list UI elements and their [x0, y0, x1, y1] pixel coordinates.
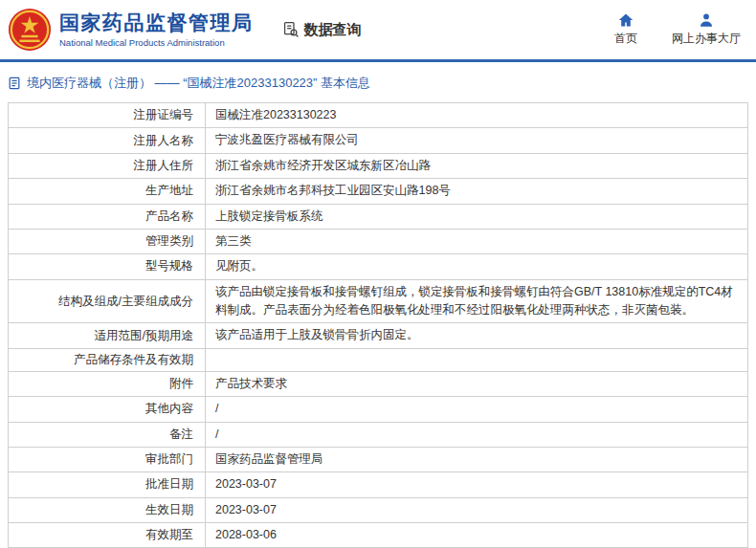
table-row: 适用范围/预期用途该产品适用于上肢及锁骨骨折内固定。 — [9, 323, 747, 348]
table-row: 审批部门国家药品监督管理局 — [9, 448, 747, 472]
national-emblem — [8, 8, 52, 52]
row-label: 注册人名称 — [9, 128, 206, 152]
row-label: 备注 — [9, 423, 206, 447]
home-icon — [618, 12, 634, 28]
row-value: 国家药品监督管理局 — [206, 448, 747, 471]
nav-home-label: 首页 — [614, 31, 637, 47]
registration-info-table: 注册证编号国械注准20233130223 注册人名称宁波兆盈医疗器械有限公司 注… — [8, 102, 748, 548]
row-value: 该产品由锁定接骨板和接骨螺钉组成，锁定接骨板和接骨螺钉由符合GB/T 13810… — [206, 280, 747, 323]
row-value — [206, 349, 747, 371]
table-row: 注册证编号国械注准20233130223 — [9, 103, 747, 128]
row-label: 产品储存条件及有效期 — [9, 349, 206, 371]
data-query-label: 数据查询 — [304, 21, 362, 39]
table-row: 结构及组成/主要组成成分该产品由锁定接骨板和接骨螺钉组成，锁定接骨板和接骨螺钉由… — [9, 280, 747, 324]
row-label: 管理类别 — [9, 230, 206, 253]
row-label: 审批部门 — [9, 448, 206, 471]
table-row: 备注/ — [9, 423, 747, 448]
table-row: 产品名称上肢锁定接骨板系统 — [9, 205, 747, 230]
breadcrumb-text: 境内医疗器械（注册） —— “国械注准20233130223” 基本信息 — [27, 75, 370, 92]
row-label: 适用范围/预期用途 — [9, 323, 206, 347]
row-value: 国械注准20233130223 — [206, 103, 747, 127]
row-label: 生产地址 — [9, 179, 206, 203]
breadcrumb: 境内医疗器械（注册） —— “国械注准20233130223” 基本信息 — [0, 62, 756, 102]
row-label: 注册证编号 — [9, 103, 206, 127]
table-row: 批准日期2023-03-07 — [9, 472, 747, 497]
row-value: 上肢锁定接骨板系统 — [206, 205, 747, 229]
table-row: 注册人名称宁波兆盈医疗器械有限公司 — [9, 128, 747, 153]
table-row: 生效日期2023-03-07 — [9, 498, 747, 523]
table-row: 附件产品技术要求 — [9, 372, 747, 397]
org-name-cn: 国家药品监督管理局 — [59, 11, 254, 33]
row-value: 该产品适用于上肢及锁骨骨折内固定。 — [206, 323, 747, 347]
page: 国家药品监督管理局 National Medical Products Admi… — [0, 0, 756, 548]
row-value: 见附页。 — [206, 254, 747, 278]
org-title-block: 国家药品监督管理局 National Medical Products Admi… — [59, 11, 254, 47]
data-query-title[interactable]: 数据查询 — [282, 21, 362, 39]
table-row: 管理类别第三类 — [9, 230, 747, 254]
table-row: 有效期至2028-03-06 — [9, 523, 747, 548]
table-row: 生产地址浙江省余姚市名邦科技工业园区安山路198号 — [9, 179, 747, 204]
row-value: 2023-03-07 — [206, 472, 747, 496]
row-label: 其他内容 — [9, 397, 206, 421]
table-row: 型号规格见附页。 — [9, 254, 747, 279]
document-icon — [8, 77, 21, 90]
row-label: 有效期至 — [9, 523, 206, 547]
row-label: 注册人住所 — [9, 154, 206, 178]
nav-service-hall[interactable]: 网上办事大厅 — [672, 12, 741, 47]
org-name-en: National Medical Products Administration — [59, 37, 254, 48]
nav-service-hall-label: 网上办事大厅 — [672, 31, 741, 47]
row-label: 批准日期 — [9, 472, 206, 496]
table-row: 其他内容/ — [9, 397, 747, 422]
row-value: 浙江省余姚市经济开发区城东新区冶山路 — [206, 154, 747, 178]
site-header: 国家药品监督管理局 National Medical Products Admi… — [0, 0, 756, 59]
row-value: 浙江省余姚市名邦科技工业园区安山路198号 — [206, 179, 747, 203]
row-value: / — [206, 423, 747, 447]
row-label: 型号规格 — [9, 254, 206, 278]
document-search-icon — [282, 21, 300, 38]
row-value: 产品技术要求 — [206, 372, 747, 396]
row-value: 宁波兆盈医疗器械有限公司 — [206, 128, 747, 152]
row-value: / — [206, 397, 747, 421]
row-value: 2023-03-07 — [206, 498, 747, 522]
row-label: 结构及组成/主要组成成分 — [9, 280, 206, 323]
table-row: 产品储存条件及有效期 — [9, 349, 747, 372]
row-value: 2028-03-06 — [206, 523, 747, 547]
nav-home[interactable]: 首页 — [614, 12, 637, 47]
table-row: 注册人住所浙江省余姚市经济开发区城东新区冶山路 — [9, 154, 747, 179]
row-label: 产品名称 — [9, 205, 206, 229]
row-label: 附件 — [9, 372, 206, 396]
person-icon — [699, 12, 714, 28]
row-value: 第三类 — [206, 230, 747, 253]
row-label: 生效日期 — [9, 498, 206, 522]
